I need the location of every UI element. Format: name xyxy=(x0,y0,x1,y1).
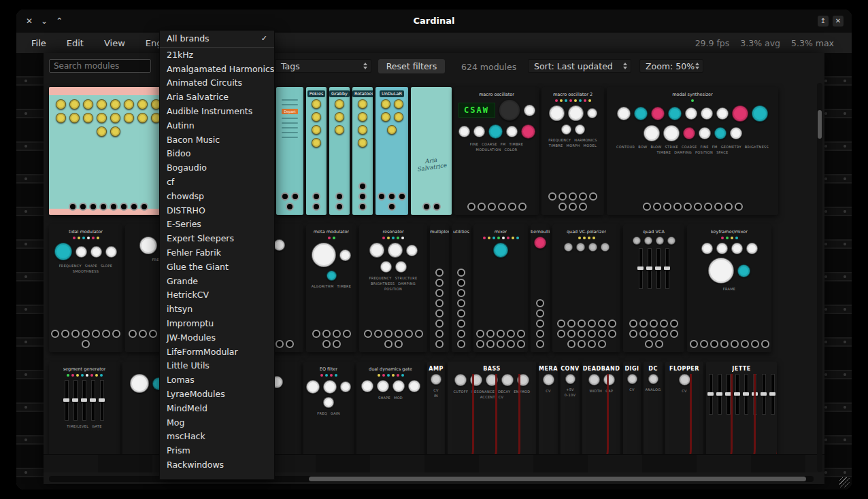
module-pastel-sequencer[interactable] xyxy=(49,87,167,215)
brand-menu-item[interactable]: LifeFormModular xyxy=(160,345,274,360)
keep-above-icon[interactable]: ↥ xyxy=(818,16,829,27)
led xyxy=(721,237,724,239)
quit-icon[interactable]: ✕ xyxy=(833,16,844,27)
brand-menu-item[interactable]: mscHack xyxy=(160,430,274,444)
brand-menu-item[interactable]: Mog xyxy=(160,416,274,430)
module-conv[interactable]: CONV+5V0-10V xyxy=(561,362,580,454)
brand-menu-item[interactable]: Lomas xyxy=(160,373,274,388)
brand-menu-item[interactable]: Prism xyxy=(160,444,274,458)
knob xyxy=(716,107,729,120)
module-dual-dynamics-gate[interactable]: dual dynamics gateSHAPEMOD xyxy=(356,362,424,454)
port-jack xyxy=(673,203,682,211)
reset-filters-button[interactable]: Reset filters xyxy=(378,59,445,73)
brand-menu-item[interactable]: ihtsyn xyxy=(160,303,274,317)
tags-select[interactable]: Tags xyxy=(275,59,371,73)
port-jack xyxy=(588,330,596,338)
led-indicators xyxy=(306,374,351,377)
horizontal-scrollbar-thumb[interactable] xyxy=(309,477,806,481)
module-multiples[interactable]: multiples xyxy=(430,224,449,352)
menu-edit[interactable]: Edit xyxy=(67,38,84,48)
module-mixer[interactable]: mixer xyxy=(473,224,528,352)
menu-view[interactable]: View xyxy=(104,38,125,48)
control-label: TIME/LEVEL xyxy=(67,424,88,428)
module-modal-synthesizer[interactable]: modal synthesizerCONTOURBOWBLOWSTRIKECOA… xyxy=(607,87,778,215)
module-grabby[interactable]: Grabby xyxy=(329,87,350,215)
maximize-window-icon[interactable]: ⌃ xyxy=(56,16,63,26)
knob xyxy=(668,107,682,120)
module-macro-oscillator-2[interactable]: macro oscillator 2FREQUENCYHARMONICSTIMB… xyxy=(541,87,604,215)
module-controls xyxy=(306,96,327,148)
brand-menu-item[interactable]: Little Utils xyxy=(160,359,274,373)
brand-menu-item[interactable]: Amalgamated Harmonics xyxy=(160,63,274,77)
module-quad-vc-polarizer[interactable]: quad VC-polarizer xyxy=(552,224,620,352)
knob xyxy=(588,374,600,385)
module-segment-generator[interactable]: segment generatorTIME/LEVELGATE xyxy=(49,362,120,454)
port-row xyxy=(375,192,408,211)
brand-menu-item[interactable]: JW-Modules xyxy=(160,331,274,345)
brand-menu-item-all-brands[interactable]: All brands✓ xyxy=(160,32,274,46)
brand-menu-item[interactable]: E-Series xyxy=(160,218,274,232)
led xyxy=(325,374,328,377)
brand-menu-item[interactable]: Autinn xyxy=(160,119,274,133)
brand-menu-item[interactable]: cf xyxy=(160,175,274,190)
module-pokies[interactable]: Pokies xyxy=(306,87,327,215)
brand-menu-item[interactable]: MindMeld xyxy=(160,402,274,416)
brand-menu-item[interactable]: Fehler Fabrik xyxy=(160,246,274,260)
vertical-scrollbar-thumb[interactable] xyxy=(818,110,822,139)
brand-menu-item[interactable]: LyraeModules xyxy=(160,388,274,402)
port-row xyxy=(359,330,427,348)
brand-menu-item[interactable]: Expert Sleepers xyxy=(160,232,274,246)
led xyxy=(392,374,395,377)
module-tidal-modulator[interactable]: tidal modulatorFREQUENCYSHAPESLOPESMOOTH… xyxy=(49,224,122,352)
menu-file[interactable]: File xyxy=(31,38,46,48)
brand-menu-item[interactable]: DISTRHO xyxy=(160,204,274,218)
led xyxy=(507,237,510,239)
module-dc[interactable]: DCANALOG xyxy=(644,362,663,454)
module-deadband[interactable]: DEADBANDWIDTHGAP xyxy=(582,362,620,454)
module-rotatoes[interactable]: Rotatoes xyxy=(352,87,373,215)
brand-menu-item[interactable]: chowdsp xyxy=(160,190,274,204)
close-window-icon[interactable]: ✕ xyxy=(26,16,33,26)
brand-menu-item[interactable]: 21kHz xyxy=(160,48,274,63)
module-bass[interactable]: BASSCUTOFFRESONANCEDECAYENVMODACCENTCV xyxy=(448,362,536,454)
module-keyframer-mixer[interactable]: keyframer/mixerFRAME xyxy=(687,224,771,352)
brand-menu-item[interactable]: Rackwindows xyxy=(160,458,274,472)
module-amp[interactable]: AMPCVIN xyxy=(427,362,445,454)
module-jette[interactable]: JETTE xyxy=(706,362,777,454)
module-macro-oscillator[interactable]: macro oscillatorCSAWFINECOARSEFMTIMBREMO… xyxy=(454,87,539,215)
sort-select[interactable]: Sort: Last updated xyxy=(528,59,631,73)
module-resonator[interactable]: resonatorFREQUENCYSTRUCTUREBRIGHTNESSDAM… xyxy=(359,224,427,352)
vertical-scrollbar[interactable] xyxy=(817,83,822,472)
brand-menu-item[interactable]: Grande xyxy=(160,275,274,289)
module-digi[interactable]: DIGICV xyxy=(623,362,641,454)
module-eq-filter[interactable]: EQ filterFREQGAIN xyxy=(303,362,354,454)
port-row xyxy=(306,330,356,348)
module-quad-vca[interactable]: quad VCA xyxy=(623,224,684,352)
brand-menu-item[interactable]: Bidoo xyxy=(160,147,274,161)
zoom-select[interactable]: Zoom: 50% xyxy=(639,59,703,73)
module-aria-blank[interactable]: Aria Salvatrice xyxy=(411,87,452,215)
module-undular[interactable]: UnDuLaR xyxy=(375,87,408,215)
module-utilities[interactable]: utilities xyxy=(452,224,471,352)
module-flopper[interactable]: FLOPPERCV xyxy=(665,362,703,454)
brand-menu-item[interactable]: Audible Instruments xyxy=(160,105,274,119)
search-input[interactable] xyxy=(49,59,151,73)
brand-menu-item[interactable]: Impromptu xyxy=(160,317,274,331)
brand-menu-item[interactable]: Glue the Giant xyxy=(160,260,274,275)
sort-select-value: Sort: Last updated xyxy=(534,61,613,71)
module-arcane[interactable]: Depart xyxy=(276,87,303,215)
port-jack xyxy=(488,203,496,211)
control-labels: ALGORITHMTIMBRE xyxy=(309,284,354,288)
module-mera[interactable]: MERACV xyxy=(539,362,558,454)
brand-menu-item[interactable]: Animated Circuits xyxy=(160,76,274,90)
control-labels: TIME/LEVELGATE xyxy=(52,424,117,428)
brand-menu-item[interactable]: Aria Salvatrice xyxy=(160,90,274,105)
module-controls: FREQUENCYHARMONICSTIMBREMORPHMODEL xyxy=(541,96,604,148)
brand-menu-item[interactable]: HetrickCV xyxy=(160,288,274,303)
module-meta-modulator[interactable]: meta modulatorALGORITHMTIMBRE xyxy=(306,224,356,352)
control-label: RESONANCE xyxy=(471,390,495,394)
minimize-window-icon[interactable]: ⌄ xyxy=(41,16,48,26)
brand-menu-item[interactable]: Bogaudio xyxy=(160,161,274,175)
module-bernoulli-gate[interactable]: bernoulli gate xyxy=(531,224,550,352)
brand-menu-item[interactable]: Bacon Music xyxy=(160,133,274,148)
